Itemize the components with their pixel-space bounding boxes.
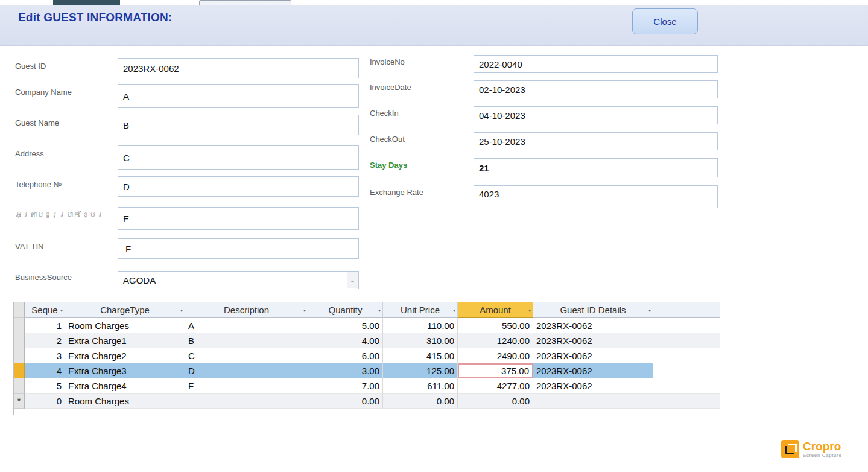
row-selector[interactable] [14,378,25,394]
cell-quantity[interactable]: 6.00 [308,348,383,363]
filter-arrow-icon[interactable]: ▾ [303,307,306,313]
cell-sequence[interactable]: 3 [25,348,65,363]
col-header-description[interactable]: Description ▾ [185,302,308,318]
cell-sequence[interactable]: 5 [25,378,65,394]
col-header-amount[interactable]: Amount ▾ [458,302,533,318]
cell-guest-id[interactable]: 2023RX-0062 [533,333,653,348]
col-header-guest-id-details[interactable]: Guest ID Details ▾ [533,302,653,318]
cell-sequence[interactable]: 1 [25,318,65,333]
cell-guest-id[interactable]: 2023RX-0062 [533,363,653,378]
col-header-chargetype[interactable]: ChargeType ▾ [65,302,185,318]
combo-dropdown-icon[interactable]: ⌄ [347,272,358,288]
col-header-unit-price-label: Unit Price [401,305,440,315]
cell-amount-editing[interactable]: 375.00 [458,363,533,378]
business-source-value: AGODA [123,275,156,285]
stay-days-label: Stay Days [370,161,407,170]
cell-guest-id[interactable]: 2023RX-0062 [533,318,653,333]
cell-unit-price[interactable]: 611.00 [383,378,458,394]
cell-quantity[interactable]: 5.00 [308,318,383,333]
table-row: 3 Extra Charge2 C 6.00 415.00 2490.00 20… [14,348,720,363]
cell-unit-price[interactable]: 125.00 [383,363,458,378]
check-in-label: CheckIn [370,109,399,118]
table-row-new-record: * 0 Room Charges 0.00 0.00 0.00 [14,394,720,409]
row-selector[interactable] [14,333,25,348]
col-header-chargetype-label: ChargeType [100,305,150,315]
col-header-unit-price[interactable]: Unit Price ▾ [383,302,458,318]
filler-cell [653,363,720,378]
col-header-description-label: Description [224,305,269,315]
col-header-sequence[interactable]: Seque ▾ [25,302,65,318]
cell-unit-price[interactable]: 415.00 [383,348,458,363]
cell-description[interactable]: B [185,333,308,348]
close-button[interactable]: Close [632,8,698,34]
inactive-tab[interactable] [53,0,120,5]
cell-description[interactable]: A [185,318,308,333]
cell-sequence[interactable]: 4 [25,363,65,378]
cell-sequence[interactable]: 2 [25,333,65,348]
cell-unit-price[interactable]: 0.00 [383,394,458,409]
cell-amount[interactable]: 550.00 [458,318,533,333]
col-header-quantity-label: Quantity [329,305,363,315]
cell-amount[interactable]: 0.00 [458,394,533,409]
col-header-quantity[interactable]: Quantity ▾ [308,302,383,318]
cell-description[interactable]: D [185,363,308,378]
cell-chargetype[interactable]: Extra Charge2 [65,348,185,363]
filler-cell [653,333,720,348]
datasheet-footer-strip [14,409,720,415]
cell-guest-id[interactable]: 2023RX-0062 [533,348,653,363]
new-record-selector[interactable]: * [14,394,25,409]
cell-quantity[interactable]: 7.00 [308,378,383,394]
cell-quantity[interactable]: 0.00 [308,394,383,409]
check-in-input[interactable]: 04-10-2023 [474,106,718,124]
cell-chargetype[interactable]: Extra Charge4 [65,378,185,394]
vat-tin-label: VAT TIN [15,242,43,251]
cell-guest-id[interactable] [533,394,653,409]
cell-quantity[interactable]: 3.00 [308,363,383,378]
row-selector[interactable] [14,348,25,363]
exchange-rate-label: Exchange Rate [370,188,423,197]
cell-description[interactable]: C [185,348,308,363]
vat-tin-input[interactable]: F [118,238,359,259]
filter-arrow-icon[interactable]: ▾ [528,307,531,313]
table-row-selected: 4 Extra Charge3 D 3.00 125.00 375.00 202… [14,363,720,378]
cell-description[interactable] [185,394,308,409]
filter-arrow-icon[interactable]: ▾ [453,307,455,313]
invoice-date-input[interactable]: 02-10-2023 [474,80,718,98]
select-all-cell[interactable] [14,302,25,318]
business-source-combo[interactable]: AGODA ⌄ [118,271,359,289]
active-tab[interactable] [199,0,291,5]
filter-arrow-icon[interactable]: ▾ [60,307,63,313]
exchange-rate-khmer-input[interactable]: E [118,207,359,230]
filler-cell [653,394,720,409]
table-row: 1 Room Charges A 5.00 110.00 550.00 2023… [14,318,720,333]
cell-chargetype[interactable]: Extra Charge3 [65,363,185,378]
filler-cell [653,348,720,363]
filter-arrow-icon[interactable]: ▾ [180,307,183,313]
cell-quantity[interactable]: 4.00 [308,333,383,348]
stay-days-input[interactable]: 21 [474,158,718,177]
cell-amount[interactable]: 1240.00 [458,333,533,348]
invoice-no-input[interactable]: 2022-0040 [474,55,718,73]
cell-sequence[interactable]: 0 [25,394,65,409]
current-row-selector[interactable] [14,363,25,378]
cell-amount[interactable]: 2490.00 [458,348,533,363]
cell-chargetype[interactable]: Room Charges [65,318,185,333]
row-selector[interactable] [14,318,25,333]
cell-description[interactable]: F [185,378,308,394]
tab-strip [0,0,868,5]
col-header-guest-id-details-label: Guest ID Details [560,305,626,315]
cell-unit-price[interactable]: 310.00 [383,333,458,348]
table-row: 2 Extra Charge1 B 4.00 310.00 1240.00 20… [14,333,720,348]
cell-chargetype[interactable]: Room Charges [65,394,185,409]
cell-amount[interactable]: 4277.00 [458,378,533,394]
watermark-subtitle: Screen Capture [803,453,841,458]
invoice-date-label: InvoiceDate [370,83,411,92]
cell-guest-id[interactable]: 2023RX-0062 [533,378,653,394]
filter-arrow-icon[interactable]: ▾ [378,307,381,313]
cell-chargetype[interactable]: Extra Charge1 [65,333,185,348]
check-out-input[interactable]: 25-10-2023 [474,132,718,150]
filler-cell [653,378,720,394]
exchange-rate-input[interactable]: 4023 [474,185,718,208]
cell-unit-price[interactable]: 110.00 [383,318,458,333]
filter-arrow-icon[interactable]: ▾ [648,307,651,313]
